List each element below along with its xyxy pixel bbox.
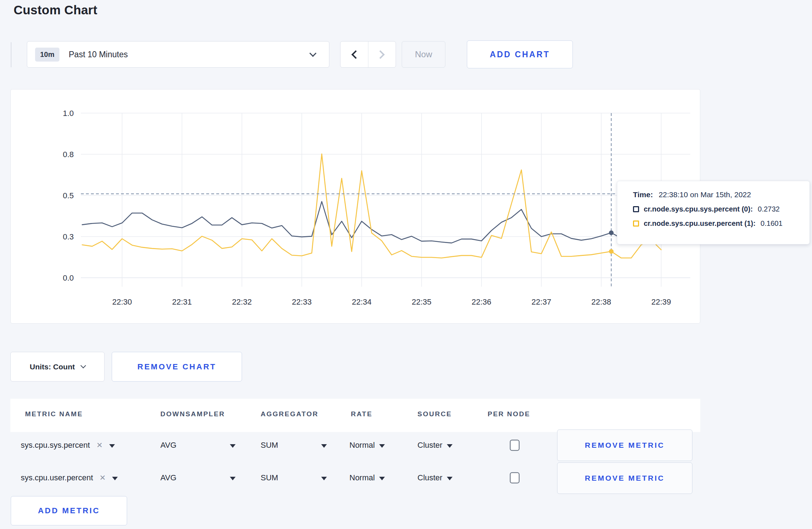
page-title: Custom Chart <box>14 3 97 17</box>
remove-chart-button[interactable]: REMOVE CHART <box>112 352 242 382</box>
sys-series-swatch-icon <box>633 206 639 212</box>
svg-text:22:38: 22:38 <box>591 297 611 306</box>
tooltip-time-row: Time: 22:38:10 on Mar 15th, 2022 <box>633 190 809 199</box>
tooltip-series-row: cr.node.sys.cpu.user.percent (1): 0.1601 <box>633 219 809 228</box>
toolbar-divider <box>11 42 11 67</box>
time-window-badge: 10m <box>35 48 59 62</box>
source-value: Cluster <box>417 473 443 482</box>
col-header-downsampler: DOWNSAMPLER <box>160 410 225 418</box>
tooltip-series-row: cr.node.sys.cpu.sys.percent (0): 0.2732 <box>633 205 809 213</box>
dropdown-arrow-icon <box>447 477 453 480</box>
next-time-button[interactable] <box>368 42 396 67</box>
dropdown-arrow-icon <box>321 444 327 448</box>
clear-metric-icon[interactable]: ✕ <box>96 441 103 450</box>
downsampler-dropdown[interactable]: AVG <box>160 441 236 450</box>
svg-text:22:35: 22:35 <box>412 297 431 306</box>
clear-metric-icon[interactable]: ✕ <box>100 474 106 482</box>
svg-text:0.3: 0.3 <box>63 232 74 241</box>
per-node-checkbox[interactable] <box>510 440 519 451</box>
svg-text:22:32: 22:32 <box>232 297 252 306</box>
rate-value: Normal <box>349 473 375 482</box>
tooltip-time-value: 22:38:10 on Mar 15th, 2022 <box>659 190 751 199</box>
col-header-per-node: PER NODE <box>488 410 530 418</box>
chevron-down-icon <box>81 363 86 369</box>
add-chart-button[interactable]: ADD CHART <box>467 40 573 68</box>
aggregator-dropdown[interactable]: SUM <box>261 473 327 482</box>
source-dropdown[interactable]: Cluster <box>417 473 453 482</box>
svg-text:0.5: 0.5 <box>63 191 74 200</box>
metric-name-dropdown[interactable]: sys.cpu.user.percent ✕ <box>21 473 118 482</box>
metric-name-value: sys.cpu.user.percent <box>21 473 93 482</box>
aggregator-value: SUM <box>261 441 278 450</box>
chevron-down-icon <box>309 50 316 57</box>
aggregator-dropdown[interactable]: SUM <box>261 441 327 450</box>
dropdown-arrow-icon <box>230 477 236 480</box>
chart-tooltip: Time: 22:38:10 on Mar 15th, 2022 cr.node… <box>617 181 810 244</box>
time-window-dropdown[interactable]: 10m Past 10 Minutes <box>27 41 329 68</box>
tooltip-time-label: Time: <box>633 190 653 199</box>
user-series-swatch-icon <box>633 220 639 227</box>
time-window-label: Past 10 Minutes <box>69 50 128 59</box>
col-header-aggregator: AGGREGATOR <box>261 410 319 418</box>
svg-text:22:33: 22:33 <box>292 297 311 306</box>
col-header-rate: RATE <box>351 410 372 418</box>
svg-text:22:31: 22:31 <box>172 297 192 306</box>
chevron-right-icon <box>376 50 385 59</box>
aggregator-value: SUM <box>261 473 278 482</box>
prev-time-button[interactable] <box>340 42 368 67</box>
cpu-line-chart[interactable]: 0.00.30.50.81.022:3022:3122:3222:3322:34… <box>11 89 701 324</box>
custom-chart-page: Custom Chart 10m Past 10 Minutes Now ADD… <box>0 0 812 529</box>
units-label: Units: Count <box>30 363 75 371</box>
source-value: Cluster <box>417 441 443 450</box>
tooltip-series-name: cr.node.sys.cpu.user.percent (1): <box>644 219 755 228</box>
downsampler-dropdown[interactable]: AVG <box>160 473 236 482</box>
svg-text:22:34: 22:34 <box>352 297 372 306</box>
tooltip-series-value: 0.2732 <box>758 205 780 213</box>
svg-text:0.0: 0.0 <box>63 273 74 282</box>
svg-text:22:30: 22:30 <box>112 297 132 306</box>
downsampler-value: AVG <box>160 473 177 482</box>
per-node-checkbox[interactable] <box>510 472 519 484</box>
downsampler-value: AVG <box>160 441 177 450</box>
dropdown-arrow-icon <box>379 477 385 480</box>
col-header-source: SOURCE <box>417 410 452 418</box>
units-dropdown[interactable]: Units: Count <box>10 352 105 382</box>
svg-text:22:37: 22:37 <box>532 297 551 306</box>
time-pager <box>340 41 396 68</box>
remove-metric-button[interactable]: REMOVE METRIC <box>557 462 692 494</box>
metric-name-dropdown[interactable]: sys.cpu.sys.percent ✕ <box>21 441 115 450</box>
svg-text:22:39: 22:39 <box>651 297 671 306</box>
chart-card: 0.00.30.50.81.022:3022:3122:3222:3322:34… <box>10 89 700 324</box>
dropdown-arrow-icon <box>379 444 385 448</box>
dropdown-arrow-icon <box>321 477 327 480</box>
rate-value: Normal <box>349 441 375 450</box>
dropdown-arrow-icon <box>447 444 453 448</box>
svg-text:0.8: 0.8 <box>63 150 74 159</box>
metric-name-value: sys.cpu.sys.percent <box>21 441 90 450</box>
metrics-table-header: METRIC NAME DOWNSAMPLER AGGREGATOR RATE … <box>10 399 700 432</box>
dropdown-arrow-icon <box>112 477 118 480</box>
add-metric-button[interactable]: ADD METRIC <box>11 496 127 525</box>
now-button[interactable]: Now <box>402 41 445 68</box>
source-dropdown[interactable]: Cluster <box>417 441 453 450</box>
remove-metric-button[interactable]: REMOVE METRIC <box>557 429 692 461</box>
svg-text:22:36: 22:36 <box>472 297 491 306</box>
col-header-metric-name: METRIC NAME <box>25 410 83 418</box>
tooltip-series-value: 0.1601 <box>760 219 782 228</box>
dropdown-arrow-icon <box>230 444 236 448</box>
dropdown-arrow-icon <box>109 444 115 448</box>
chevron-left-icon <box>351 50 360 59</box>
svg-text:1.0: 1.0 <box>63 109 74 118</box>
rate-dropdown[interactable]: Normal <box>349 441 385 450</box>
rate-dropdown[interactable]: Normal <box>349 473 385 482</box>
tooltip-series-name: cr.node.sys.cpu.sys.percent (0): <box>644 205 753 213</box>
